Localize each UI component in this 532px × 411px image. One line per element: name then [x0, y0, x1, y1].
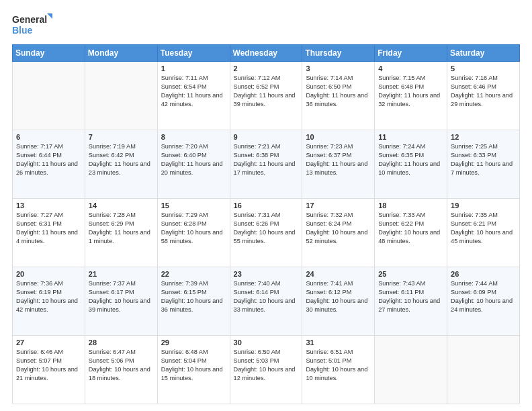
weekday-header-wednesday: Wednesday	[230, 45, 302, 62]
day-cell: 14Sunrise: 7:28 AM Sunset: 6:29 PM Dayli…	[85, 199, 157, 267]
weekday-header-saturday: Saturday	[447, 45, 520, 62]
day-cell: 30Sunrise: 6:50 AM Sunset: 5:03 PM Dayli…	[230, 336, 302, 404]
day-info: Sunrise: 7:15 AM Sunset: 6:48 PM Dayligh…	[378, 74, 443, 109]
day-info: Sunrise: 7:43 AM Sunset: 6:11 PM Dayligh…	[378, 279, 443, 314]
day-number: 31	[306, 338, 371, 347]
day-info: Sunrise: 7:33 AM Sunset: 6:22 PM Dayligh…	[378, 211, 443, 246]
day-cell: 25Sunrise: 7:43 AM Sunset: 6:11 PM Dayli…	[375, 267, 447, 336]
day-number: 12	[451, 133, 516, 141]
weekday-header-sunday: Sunday	[13, 45, 85, 62]
svg-text:Blue: Blue	[12, 25, 33, 36]
svg-marker-2	[47, 13, 52, 19]
day-number: 4	[378, 64, 443, 73]
day-number: 5	[451, 64, 516, 73]
day-cell: 22Sunrise: 7:39 AM Sunset: 6:15 PM Dayli…	[157, 267, 230, 336]
day-cell: 26Sunrise: 7:44 AM Sunset: 6:09 PM Dayli…	[447, 267, 520, 336]
day-cell	[447, 336, 520, 404]
week-row-3: 13Sunrise: 7:27 AM Sunset: 6:31 PM Dayli…	[13, 199, 520, 267]
day-info: Sunrise: 7:11 AM Sunset: 6:54 PM Dayligh…	[161, 74, 226, 109]
day-number: 14	[89, 201, 154, 210]
day-number: 6	[16, 133, 81, 141]
day-cell: 9Sunrise: 7:21 AM Sunset: 6:38 PM Daylig…	[230, 130, 302, 199]
day-cell: 15Sunrise: 7:29 AM Sunset: 6:28 PM Dayli…	[157, 199, 230, 267]
day-cell: 4Sunrise: 7:15 AM Sunset: 6:48 PM Daylig…	[375, 62, 447, 130]
day-cell: 24Sunrise: 7:41 AM Sunset: 6:12 PM Dayli…	[302, 267, 375, 336]
day-cell: 5Sunrise: 7:16 AM Sunset: 6:46 PM Daylig…	[447, 62, 520, 130]
day-info: Sunrise: 7:27 AM Sunset: 6:31 PM Dayligh…	[16, 211, 81, 246]
day-number: 24	[306, 270, 371, 278]
day-cell: 11Sunrise: 7:24 AM Sunset: 6:35 PM Dayli…	[375, 130, 447, 199]
day-number: 22	[161, 270, 226, 278]
day-info: Sunrise: 6:50 AM Sunset: 5:03 PM Dayligh…	[234, 348, 299, 383]
day-number: 29	[161, 338, 226, 347]
day-number: 21	[89, 270, 154, 278]
day-number: 13	[16, 201, 81, 210]
day-cell: 21Sunrise: 7:37 AM Sunset: 6:17 PM Dayli…	[85, 267, 157, 336]
day-info: Sunrise: 7:25 AM Sunset: 6:33 PM Dayligh…	[451, 142, 516, 177]
day-info: Sunrise: 7:35 AM Sunset: 6:21 PM Dayligh…	[451, 211, 516, 246]
day-number: 3	[306, 64, 371, 73]
day-number: 27	[16, 338, 81, 347]
day-cell: 20Sunrise: 7:36 AM Sunset: 6:19 PM Dayli…	[13, 267, 85, 336]
day-cell: 17Sunrise: 7:32 AM Sunset: 6:24 PM Dayli…	[302, 199, 375, 267]
day-info: Sunrise: 7:17 AM Sunset: 6:44 PM Dayligh…	[16, 142, 81, 177]
day-info: Sunrise: 7:41 AM Sunset: 6:12 PM Dayligh…	[306, 279, 371, 314]
day-cell: 8Sunrise: 7:20 AM Sunset: 6:40 PM Daylig…	[157, 130, 230, 199]
day-number: 20	[16, 270, 81, 278]
day-number: 25	[378, 270, 443, 278]
day-info: Sunrise: 7:23 AM Sunset: 6:37 PM Dayligh…	[306, 142, 371, 177]
day-info: Sunrise: 7:37 AM Sunset: 6:17 PM Dayligh…	[89, 279, 154, 314]
day-number: 11	[378, 133, 443, 141]
day-info: Sunrise: 7:31 AM Sunset: 6:26 PM Dayligh…	[234, 211, 299, 246]
day-info: Sunrise: 6:46 AM Sunset: 5:07 PM Dayligh…	[16, 348, 81, 383]
general-blue-logo: General Blue	[12, 12, 52, 38]
page: General Blue SundayMondayTuesdayWednesda…	[0, 0, 532, 411]
day-info: Sunrise: 7:32 AM Sunset: 6:24 PM Dayligh…	[306, 211, 371, 246]
day-cell: 28Sunrise: 6:47 AM Sunset: 5:06 PM Dayli…	[85, 336, 157, 404]
day-info: Sunrise: 7:40 AM Sunset: 6:14 PM Dayligh…	[234, 279, 299, 314]
day-info: Sunrise: 7:24 AM Sunset: 6:35 PM Dayligh…	[378, 142, 443, 177]
day-cell: 7Sunrise: 7:19 AM Sunset: 6:42 PM Daylig…	[85, 130, 157, 199]
day-number: 23	[234, 270, 299, 278]
day-info: Sunrise: 7:16 AM Sunset: 6:46 PM Dayligh…	[451, 74, 516, 109]
day-number: 10	[306, 133, 371, 141]
day-number: 26	[451, 270, 516, 278]
day-cell	[13, 62, 85, 130]
day-number: 9	[234, 133, 299, 141]
day-number: 8	[161, 133, 226, 141]
day-info: Sunrise: 6:47 AM Sunset: 5:06 PM Dayligh…	[89, 348, 154, 383]
day-cell: 10Sunrise: 7:23 AM Sunset: 6:37 PM Dayli…	[302, 130, 375, 199]
day-number: 17	[306, 201, 371, 210]
day-cell: 29Sunrise: 6:48 AM Sunset: 5:04 PM Dayli…	[157, 336, 230, 404]
day-number: 30	[234, 338, 299, 347]
week-row-4: 20Sunrise: 7:36 AM Sunset: 6:19 PM Dayli…	[13, 267, 520, 336]
day-cell: 19Sunrise: 7:35 AM Sunset: 6:21 PM Dayli…	[447, 199, 520, 267]
day-cell: 18Sunrise: 7:33 AM Sunset: 6:22 PM Dayli…	[375, 199, 447, 267]
day-cell: 23Sunrise: 7:40 AM Sunset: 6:14 PM Dayli…	[230, 267, 302, 336]
header: General Blue	[12, 12, 520, 38]
day-cell: 6Sunrise: 7:17 AM Sunset: 6:44 PM Daylig…	[13, 130, 85, 199]
day-info: Sunrise: 7:21 AM Sunset: 6:38 PM Dayligh…	[234, 142, 299, 177]
day-info: Sunrise: 7:14 AM Sunset: 6:50 PM Dayligh…	[306, 74, 371, 109]
day-number: 16	[234, 201, 299, 210]
day-number: 2	[234, 64, 299, 73]
weekday-header-monday: Monday	[85, 45, 157, 62]
week-row-5: 27Sunrise: 6:46 AM Sunset: 5:07 PM Dayli…	[13, 336, 520, 404]
week-row-1: 1Sunrise: 7:11 AM Sunset: 6:54 PM Daylig…	[13, 62, 520, 130]
day-number: 15	[161, 201, 226, 210]
weekday-header-friday: Friday	[375, 45, 447, 62]
weekday-header-row: SundayMondayTuesdayWednesdayThursdayFrid…	[13, 45, 520, 62]
day-cell: 12Sunrise: 7:25 AM Sunset: 6:33 PM Dayli…	[447, 130, 520, 199]
day-info: Sunrise: 7:39 AM Sunset: 6:15 PM Dayligh…	[161, 279, 226, 314]
day-cell	[375, 336, 447, 404]
day-cell: 27Sunrise: 6:46 AM Sunset: 5:07 PM Dayli…	[13, 336, 85, 404]
day-cell: 16Sunrise: 7:31 AM Sunset: 6:26 PM Dayli…	[230, 199, 302, 267]
logo: General Blue	[12, 12, 52, 38]
day-number: 18	[378, 201, 443, 210]
weekday-header-tuesday: Tuesday	[157, 45, 230, 62]
week-row-2: 6Sunrise: 7:17 AM Sunset: 6:44 PM Daylig…	[13, 130, 520, 199]
day-cell: 2Sunrise: 7:12 AM Sunset: 6:52 PM Daylig…	[230, 62, 302, 130]
day-info: Sunrise: 7:28 AM Sunset: 6:29 PM Dayligh…	[89, 211, 154, 246]
calendar-table: SundayMondayTuesdayWednesdayThursdayFrid…	[12, 44, 520, 404]
day-info: Sunrise: 7:20 AM Sunset: 6:40 PM Dayligh…	[161, 142, 226, 177]
